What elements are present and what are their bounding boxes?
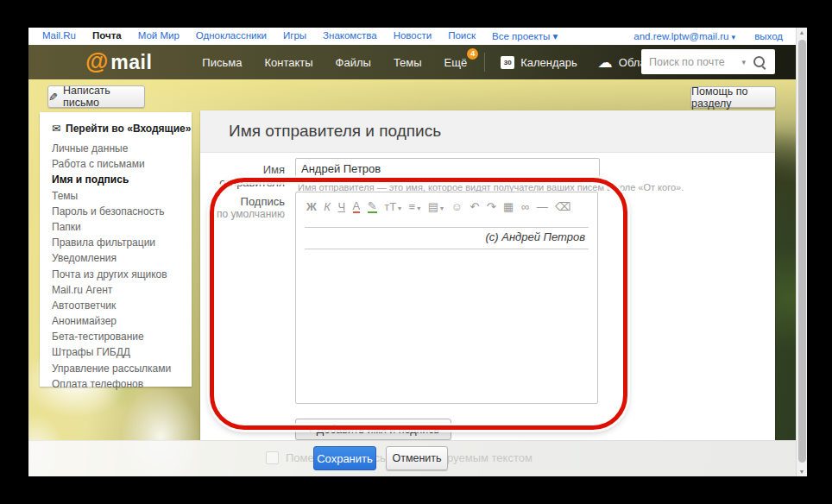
help-button[interactable]: Помощь по разделу xyxy=(690,86,776,108)
header-divider xyxy=(484,53,485,72)
sidebar-item[interactable]: Работа с письмами xyxy=(40,156,192,172)
topbar-link[interactable]: Почта xyxy=(92,30,122,42)
account-menu[interactable]: and.rew.lptw@mail.ru ▾ xyxy=(633,31,735,41)
bold-icon[interactable]: Ж xyxy=(306,200,317,213)
compose-button[interactable]: ✎ Написать письмо xyxy=(47,85,145,108)
sidebar-item[interactable]: Имя и подпись xyxy=(40,172,192,187)
nav-more[interactable]: Ещё 4 xyxy=(444,56,468,69)
search-placeholder: Поиск по почте xyxy=(649,56,741,68)
hr-icon[interactable]: — xyxy=(537,200,548,213)
app-icon: 30 xyxy=(501,56,514,69)
go-to-inbox-link[interactable]: ✉ Перейти во «Входящие» xyxy=(40,117,192,141)
sidebar-item[interactable]: Почта из других ящиков xyxy=(40,267,192,282)
signature-label: Подпись по умолчанию xyxy=(200,195,285,221)
sidebar-item[interactable]: Бета-тестирование xyxy=(40,329,192,344)
tool-caret-icon: ▾ xyxy=(417,205,420,212)
highlight-icon[interactable]: ✎ xyxy=(368,201,377,213)
sender-name-label: Имя отправителя xyxy=(200,163,285,189)
pencil-icon: ✎ xyxy=(48,91,58,104)
sidebar-item[interactable]: Темы xyxy=(40,188,192,204)
sidebar-item[interactable]: Анонимайзер xyxy=(40,313,192,329)
inbox-link-label: Перейти во «Входящие» xyxy=(66,123,191,135)
sidebar-item[interactable]: Уведомления xyxy=(40,250,192,266)
topbar-link[interactable]: Одноклассники xyxy=(196,30,267,42)
sidebar-item[interactable]: Оплата телефонов xyxy=(40,376,192,392)
logout-link[interactable]: выход xyxy=(754,31,783,41)
panel-header: Имя отправителя и подпись xyxy=(200,110,775,153)
at-logo-icon: @ xyxy=(85,50,108,73)
underline-icon[interactable]: Ч xyxy=(337,200,345,213)
nav-files[interactable]: Файлы xyxy=(336,56,371,69)
app-icon: ☁ xyxy=(598,54,613,72)
cancel-button[interactable]: Отменить xyxy=(386,446,448,470)
clear-format-icon[interactable]: ⌫ xyxy=(555,200,570,213)
topbar-link[interactable]: Игры xyxy=(283,30,306,42)
logo-word: mail xyxy=(110,51,152,74)
signature-label-line2: по умолчанию xyxy=(200,208,285,221)
app-calendar[interactable]: 30 Календарь xyxy=(501,56,577,69)
topbar-link[interactable]: Mail.Ru xyxy=(42,30,76,42)
image-icon[interactable]: ▦ xyxy=(503,200,514,213)
save-button[interactable]: Сохранить xyxy=(313,446,376,470)
topbar-link[interactable]: Мой Мир xyxy=(138,30,180,42)
sidebar-item[interactable]: Папки xyxy=(40,219,192,235)
add-signature-button[interactable]: + Добавить имя и подпись xyxy=(295,419,451,440)
sidebar-item[interactable]: Mail.ru Агент xyxy=(40,282,192,298)
signature-content[interactable]: (с) Андрей Петров xyxy=(296,227,597,249)
nav-letters[interactable]: Письма xyxy=(202,56,242,69)
indent-icon[interactable]: ▤ ▾ xyxy=(428,200,444,213)
header-nav: Письма Контакты Файлы Темы Ещё 4 xyxy=(202,56,489,69)
tool-caret-icon: ▾ xyxy=(398,205,401,212)
signature-editor[interactable]: Ж К Ч А ✎ тТ ▾ ≡ ▾ ▤ ▾ ☺ ↶ ↷ xyxy=(295,192,598,404)
signature-label-line1: Подпись xyxy=(200,195,285,208)
account-caret-icon: ▾ xyxy=(732,33,736,41)
scroll-down-icon[interactable]: ▼ xyxy=(797,469,807,475)
nav-contacts[interactable]: Контакты xyxy=(264,56,312,69)
editor-toolbar: Ж К Ч А ✎ тТ ▾ ≡ ▾ ▤ ▾ ☺ ↶ ↷ xyxy=(296,192,597,218)
font-color-icon[interactable]: А xyxy=(353,201,361,213)
compose-label: Написать письмо xyxy=(63,85,144,109)
search-scope-caret-icon[interactable]: ▾ xyxy=(741,58,746,66)
font-size-icon[interactable]: тТ ▾ xyxy=(384,200,401,213)
sidebar-item[interactable]: Пароль и безопасность xyxy=(40,204,192,219)
topbar-link[interactable]: Все проекты ▾ xyxy=(492,30,558,42)
tool-caret-icon: ▾ xyxy=(440,205,444,212)
topbar-link[interactable]: Поиск xyxy=(448,30,476,42)
save-footer: Помещать подпись перед цитируемым тексто… xyxy=(28,440,807,476)
emoji-icon[interactable]: ☺ xyxy=(451,200,463,213)
scroll-up-icon[interactable]: ▲ xyxy=(797,29,807,35)
sidebar-item[interactable]: Правила фильтрации xyxy=(40,235,192,250)
save-label: Сохранить xyxy=(317,452,373,465)
page-scrollbar[interactable]: ▲ ▼ xyxy=(796,28,807,476)
scrollbar-thumb[interactable] xyxy=(798,40,806,463)
settings-sidebar: ✉ Перейти во «Входящие» Личные данные Ра… xyxy=(40,112,192,387)
sidebar-item[interactable]: Автоответчик xyxy=(40,298,192,313)
italic-icon[interactable]: К xyxy=(324,200,331,213)
search-icon[interactable] xyxy=(753,56,765,67)
sender-name-input[interactable] xyxy=(295,158,600,179)
signature-divider-bottom xyxy=(305,249,589,249)
mail-search-box[interactable]: Поиск по почте ▾ xyxy=(641,49,775,74)
topbar-links: Mail.Ru Почта Мой Мир Одноклассники Игры… xyxy=(42,30,574,42)
link-icon[interactable]: ∞ xyxy=(521,200,529,213)
signature-text[interactable]: (с) Андрей Петров xyxy=(296,228,597,249)
sidebar-item[interactable]: Штрафы ГИБДД xyxy=(40,344,192,360)
notification-badge: 4 xyxy=(467,48,478,60)
sidebar-items: Личные данные Работа с письмами Имя и по… xyxy=(40,141,192,392)
add-signature-label: + Добавить имя и подпись xyxy=(307,424,439,436)
signature-option-checkbox[interactable] xyxy=(266,451,279,464)
page-title: Имя отправителя и подпись xyxy=(229,122,441,141)
projects-topbar: Mail.Ru Почта Мой Мир Одноклассники Игры… xyxy=(28,28,807,45)
undo-icon[interactable]: ↶ xyxy=(470,200,479,213)
settings-panel: Имя отправителя и подпись Имя отправител… xyxy=(200,110,775,440)
topbar-link[interactable]: Новости xyxy=(394,30,432,42)
sidebar-item[interactable]: Личные данные xyxy=(40,141,192,156)
nav-themes[interactable]: Темы xyxy=(394,56,422,69)
envelope-icon: ✉ xyxy=(52,123,60,135)
mail-header: @ mail Письма Контакты Файлы Темы Ещё 4 … xyxy=(28,45,807,79)
sidebar-item[interactable]: Управление рассылками xyxy=(40,361,192,376)
topbar-link[interactable]: Знакомства xyxy=(323,30,377,42)
redo-icon[interactable]: ↷ xyxy=(487,200,496,213)
mailru-logo[interactable]: @ mail xyxy=(85,50,152,74)
align-list-icon[interactable]: ≡ ▾ xyxy=(409,200,421,213)
